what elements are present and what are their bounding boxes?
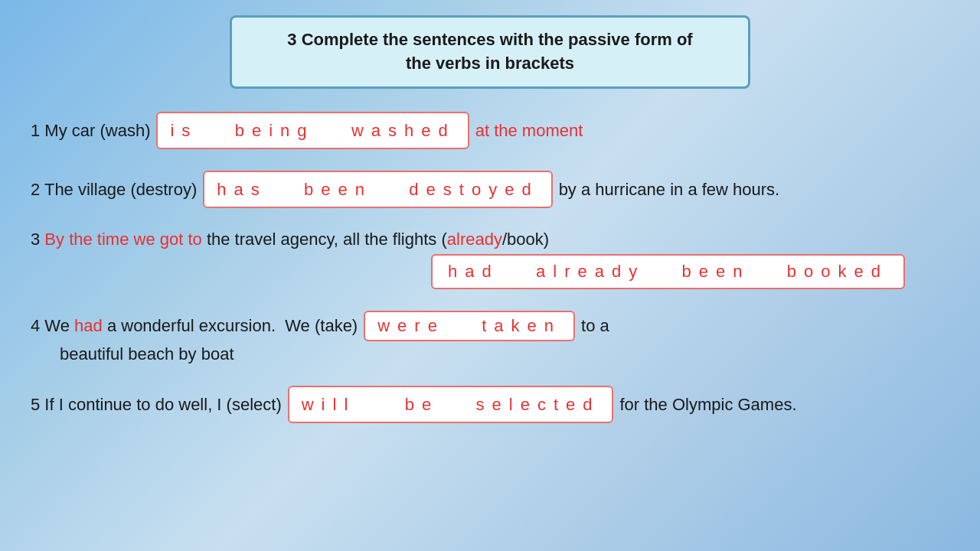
title-line2: the verbs in brackets <box>255 52 725 76</box>
title-box: 3 Complete the sentences with the passiv… <box>230 15 750 89</box>
s5-suffix: for the Olympic Games. <box>619 391 796 418</box>
main-page: 3 Complete the sentences with the passiv… <box>0 0 980 551</box>
sentence-3-wrapper: 3 By the time we got to the travel agenc… <box>31 230 949 289</box>
s5-answer: will be selected <box>302 391 600 418</box>
s4-answer: were taken <box>377 316 561 336</box>
s2-answer-box: has been destoyed <box>203 171 552 208</box>
s3-already: already <box>447 230 502 249</box>
s3-answer-row: had already been booked <box>31 254 949 289</box>
sentence-3-line1: 3 By the time we got to the travel agenc… <box>31 230 949 249</box>
s3-end: /book) <box>502 230 549 249</box>
s4-middle: a wonderful excursion. We (take) <box>103 316 358 336</box>
s3-answer-box: had already been booked <box>431 254 905 289</box>
s1-answer-box: is being washed <box>156 112 469 149</box>
s1-answer: is being washed <box>170 117 455 144</box>
s1-suffix: at the moment <box>475 117 583 144</box>
s5-prefix: 5 If I continue to do well, I (select) <box>31 391 282 418</box>
s3-num: 3 <box>31 230 44 249</box>
sentence-2: 2 The village (destroy) has been destoye… <box>31 171 949 208</box>
sentence-4-line1: 4 We had a wonderful excursion. We (take… <box>31 311 949 341</box>
sentence-4-wrapper: 4 We had a wonderful excursion. We (take… <box>31 311 949 364</box>
s4-suffix: to a <box>581 316 609 336</box>
s4-had: had <box>74 316 103 336</box>
sentence-1: 1 My car (wash) is being washed at the m… <box>31 112 949 149</box>
s3-answer: had already been booked <box>448 262 888 282</box>
s2-prefix: 2 The village (destroy) <box>31 176 197 203</box>
sentence-4-line2: beautiful beach by boat <box>31 344 949 364</box>
s5-answer-box: will be selected <box>288 386 614 423</box>
s4-num: 4 We <box>31 316 74 336</box>
s2-answer: has been destoyed <box>217 176 538 203</box>
s3-middle: the travel agency, all the flights ( <box>202 230 447 249</box>
s1-number: 1 My car (wash) <box>31 117 150 144</box>
s3-colored-prefix: By the time we got to <box>44 230 201 249</box>
s2-suffix: by a hurricane in a few hours. <box>559 176 780 203</box>
s4-answer-box: were taken <box>364 311 575 341</box>
sentence-5: 5 If I continue to do well, I (select) w… <box>31 386 949 423</box>
title-line1: 3 Complete the sentences with the passiv… <box>255 28 725 52</box>
